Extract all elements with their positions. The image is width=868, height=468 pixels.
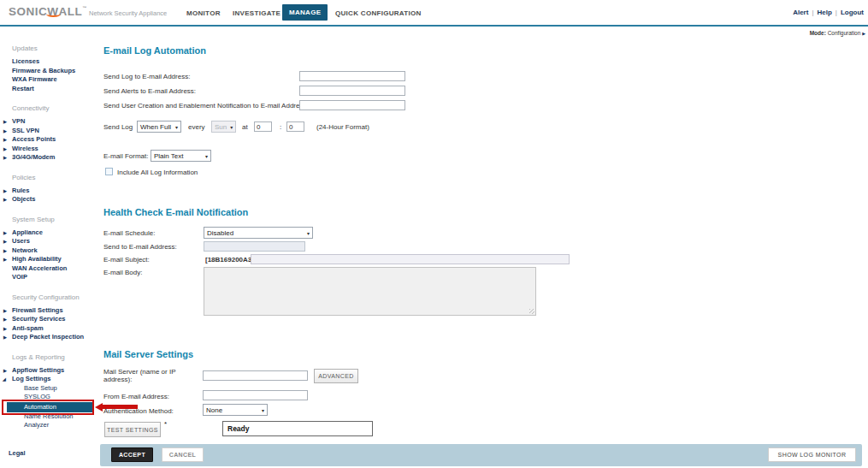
sidebar-item-appliance[interactable]: ▶Appliance <box>0 228 98 238</box>
chevron-right-icon: ▶ <box>3 195 7 204</box>
sidebar-item-label: Network <box>12 246 38 254</box>
test-settings-button[interactable]: TEST SETTINGS <box>104 422 161 437</box>
tab-monitor[interactable]: MONITOR <box>186 9 221 17</box>
send-log-minute-input[interactable] <box>286 121 304 132</box>
sidebar-item-licenses[interactable]: Licenses <box>0 57 98 67</box>
sidebar-item-label: Rules <box>12 187 29 194</box>
sidebar-item-rules[interactable]: ▶Rules <box>0 187 98 196</box>
sidebar-item-label: Users <box>12 237 30 245</box>
sidebar-item-label: SSL VPN <box>12 127 39 134</box>
send-user-creation-input[interactable] <box>299 100 405 110</box>
show-log-monitor-button[interactable]: SHOW LOG MONITOR <box>768 447 856 462</box>
chevron-right-icon: ▶ <box>862 31 865 36</box>
dropdown-arrow-icon: ▾ <box>172 124 178 130</box>
include-all-log-checkbox[interactable] <box>105 168 113 175</box>
section-title-email-log-automation: E-mail Log Automation <box>103 45 206 56</box>
chevron-right-icon: ▶ <box>3 366 7 376</box>
sidebar-item-label: Deep Packet Inspection <box>12 333 84 341</box>
select-value: Sun <box>215 123 227 131</box>
sidebar-item-automation[interactable]: Automation <box>7 402 92 412</box>
sidebar-item-label: VPN <box>12 117 25 125</box>
cancel-button[interactable]: CANCEL <box>162 447 204 462</box>
email-schedule-select[interactable]: Disabled▾ <box>204 227 313 239</box>
send-log-hour-input[interactable] <box>254 121 272 132</box>
send-user-creation-label: Send User Creation and Enablement Notifi… <box>103 102 309 110</box>
sidebar-item-legal[interactable]: Legal <box>0 449 98 457</box>
footer-action-bar: ACCEPT CANCEL SHOW LOG MONITOR <box>100 444 862 466</box>
divider: | <box>836 9 837 16</box>
tab-quick-configuration[interactable]: QUICK CONFIGURATION <box>335 9 422 17</box>
alert-link[interactable]: Alert <box>793 9 808 16</box>
24-hour-format-note: (24-Hour Format) <box>316 123 369 131</box>
dropdown-arrow-icon: ▾ <box>304 230 310 236</box>
sidebar-item-wxa-firmware[interactable]: WXA Firmware <box>0 75 98 85</box>
sidebar-item-anti-spam[interactable]: ▶Anti-spam <box>0 324 98 334</box>
chevron-right-icon: ▶ <box>3 145 7 154</box>
at-label: at <box>242 123 248 131</box>
colon-label: : <box>280 123 281 131</box>
sidebar-section-logs-reporting: Logs & Reporting <box>0 353 98 362</box>
tab-investigate[interactable]: INVESTIGATE <box>233 9 280 17</box>
sidebar-item-users[interactable]: ▶Users <box>0 237 98 246</box>
sidebar-item-wan-acceleration[interactable]: WAN Acceleration <box>0 264 98 274</box>
sidebar-item-voip[interactable]: VOIP <box>0 273 98 282</box>
chevron-right-icon: ▶ <box>3 237 7 246</box>
email-format-select[interactable]: Plain Text▾ <box>151 150 211 162</box>
select-value: Disabled <box>207 229 233 237</box>
sidebar-item-label: Restart <box>12 85 34 92</box>
sidebar-item-deep-packet-inspection[interactable]: ▶Deep Packet Inspection <box>0 333 98 342</box>
sidebar-item-firewall-settings[interactable]: ▶Firewall Settings <box>0 306 98 316</box>
mail-server-input[interactable] <box>203 370 308 381</box>
help-link[interactable]: Help <box>817 9 831 16</box>
sidebar-item-log-settings[interactable]: ◢Log Settings <box>0 375 98 384</box>
send-log-address-label: Send Log to E-mail Address: <box>103 73 190 80</box>
annotation-arrow-icon <box>95 403 138 412</box>
sidebar-item-vpn[interactable]: ▶VPN <box>0 117 98 127</box>
sidebar-item-firmware-backups[interactable]: Firmware & Backups <box>0 67 98 76</box>
send-alerts-address-input[interactable] <box>299 86 405 96</box>
every-label: every <box>188 123 205 131</box>
send-log-address-input[interactable] <box>299 71 405 81</box>
authentication-method-select[interactable]: None▾ <box>203 404 268 416</box>
dropdown-arrow-icon: ▾ <box>227 124 233 130</box>
advanced-button[interactable]: ADVANCED <box>314 369 358 383</box>
sidebar-item-analyzer[interactable]: Analyzer <box>0 421 98 430</box>
dropdown-arrow-icon: ▾ <box>202 153 208 159</box>
logo-w-swoosh-icon: W <box>47 5 58 18</box>
chevron-right-icon: ▶ <box>3 255 7 264</box>
sidebar-item-high-availability[interactable]: ▶High Availability <box>0 255 98 264</box>
mode-selector[interactable]: Mode: Configuration ▶ <box>810 30 865 36</box>
sidebar-item-3g4g-modem[interactable]: ▶3G/4G/Modem <box>0 153 98 163</box>
test-status-box: Ready <box>222 421 373 436</box>
email-subject-input <box>251 254 570 264</box>
logout-link[interactable]: Logout <box>841 9 864 16</box>
sidebar-section-updates: Updates <box>0 44 98 53</box>
sidebar-item-label: Log Settings <box>12 375 50 382</box>
sidebar-item-network[interactable]: ▶Network <box>0 246 98 256</box>
sidebar-section-system-setup: System Setup <box>0 216 98 224</box>
sidebar-item-security-services[interactable]: ▶Security Services <box>0 315 98 324</box>
sidebar-item-restart[interactable]: Restart <box>0 85 98 94</box>
sidebar-item-label: Wireless <box>12 145 38 152</box>
chevron-right-icon: ▶ <box>3 127 7 136</box>
sidebar-item-objects[interactable]: ▶Objects <box>0 195 98 204</box>
asterisk-note: * <box>164 420 167 428</box>
sidebar-item-label: Anti-spam <box>12 324 44 332</box>
chevron-right-icon: ▶ <box>3 315 7 324</box>
accept-button[interactable]: ACCEPT <box>111 447 153 462</box>
sidebar-item-ssl-vpn[interactable]: ▶SSL VPN <box>0 127 98 136</box>
sidebar-item-wireless[interactable]: ▶Wireless <box>0 145 98 154</box>
from-email-input[interactable] <box>203 390 308 400</box>
sidebar-item-base-setup[interactable]: Base Setup <box>0 384 98 394</box>
send-log-frequency-select[interactable]: When Full▾ <box>137 121 181 133</box>
chevron-right-icon: ▶ <box>3 324 7 334</box>
sidebar-item-label: Access Points <box>12 135 56 143</box>
sidebar-item-label: Security Services <box>12 315 66 323</box>
tab-manage[interactable]: MANAGE <box>282 4 328 21</box>
chevron-right-icon: ▶ <box>3 228 7 238</box>
select-value: Plain Text <box>154 152 184 160</box>
send-to-address-label: Send to E-mail Address: <box>103 243 177 251</box>
chevron-right-icon: ▶ <box>3 117 7 127</box>
sidebar-item-access-points[interactable]: ▶Access Points <box>0 135 98 145</box>
sidebar-item-appflow-settings[interactable]: ▶Appflow Settings <box>0 366 98 376</box>
